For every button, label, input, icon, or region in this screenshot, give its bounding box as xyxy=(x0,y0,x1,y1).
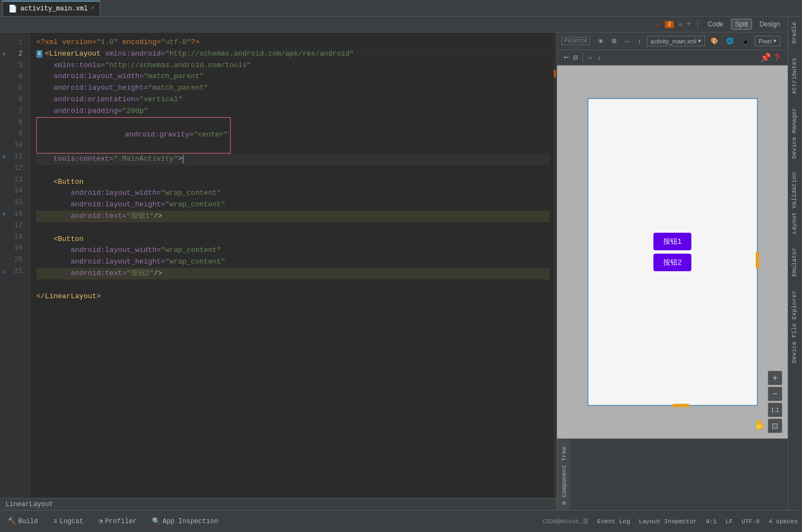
highlight-box: android:gravity="center" xyxy=(36,117,231,153)
fold-21[interactable]: △ xyxy=(0,266,8,277)
layout-inspector-button[interactable]: Layout Inspector xyxy=(639,518,697,525)
hand-tool[interactable]: ✋ xyxy=(754,419,766,431)
grid-button[interactable]: ⊞ xyxy=(609,36,619,46)
sidebar-item-layout-validation[interactable]: Layout Validation xyxy=(788,167,802,239)
line-num-13: 13 xyxy=(8,174,26,186)
screen-button[interactable]: 📱 xyxy=(739,36,751,46)
file-dropdown[interactable]: activity_main.xml ▾ xyxy=(647,36,706,46)
code-line-11: <Button xyxy=(36,177,550,188)
preview-button-2[interactable]: 按钮2 xyxy=(653,254,691,271)
eye-button[interactable]: 👁 xyxy=(596,37,606,46)
sidebar-item-device-manager[interactable]: Device Manager xyxy=(788,102,802,164)
go-back-button[interactable]: ↩ xyxy=(561,53,571,62)
fold-2[interactable]: ▽ xyxy=(0,48,8,60)
line-num-20: 20 xyxy=(8,254,26,266)
profiler-icon: ◔ xyxy=(99,517,102,525)
side-tab-divider-4 xyxy=(788,240,789,241)
component-tree-label[interactable]: ⚙ Component Tree xyxy=(557,439,570,510)
sidebar-item-gradle[interactable]: Gradle xyxy=(788,17,802,50)
resize-handle-right[interactable] xyxy=(756,252,759,268)
fold-11[interactable]: ▽ xyxy=(0,151,8,163)
device-frame: 按钮1 按钮2 xyxy=(587,98,758,406)
pixel-dropdown[interactable]: Pixel ▾ xyxy=(755,36,781,46)
preview-button-1[interactable]: 按钮1 xyxy=(653,233,691,250)
code-line-9: tools:context=".MainActivity"> xyxy=(36,153,550,165)
code-line-15 xyxy=(36,222,550,234)
sidebar-item-device-file-explorer[interactable]: Device File Explorer xyxy=(788,285,802,369)
build-action[interactable]: 🔨 Build xyxy=(4,515,41,528)
arrows-h-button[interactable]: ↔ xyxy=(622,37,632,46)
preview-canvas[interactable]: 按钮1 按钮2 + − 1:1 ⊡ xyxy=(557,65,788,438)
line-num-14: 14 xyxy=(8,185,26,197)
component-tree-label-text: Component Tree xyxy=(561,447,568,497)
bottom-status: CSDN@HXiue_眉 Event Log Layout Inspector … xyxy=(542,517,798,525)
divider xyxy=(582,53,583,62)
split-view-button[interactable]: Split xyxy=(731,19,751,30)
app-inspection-icon: 🔍 xyxy=(152,517,160,525)
toolbar-divider xyxy=(697,20,698,29)
breadcrumb-bar: LinearLayout xyxy=(0,498,557,510)
chevron-up-icon[interactable]: ▲ xyxy=(678,20,682,28)
zoom-out-button[interactable]: − xyxy=(768,387,782,401)
chevron-down-icon[interactable]: ▼ xyxy=(686,20,690,28)
line-num-2: 2 xyxy=(8,48,26,60)
code-line-6: android:orientation="vertical" xyxy=(36,94,550,106)
position-label: 9:1 xyxy=(706,518,717,525)
code-line-4: android:layout_width="match_parent" xyxy=(36,71,550,83)
locale-button[interactable]: 🌐 xyxy=(724,36,736,46)
event-log-button[interactable]: Event Log xyxy=(597,518,630,525)
app-inspection-action[interactable]: 🔍 App Inspection xyxy=(149,515,221,528)
code-line-16: <Button xyxy=(36,234,550,245)
sidebar-item-emulator[interactable]: Emulator xyxy=(788,242,802,282)
fold-15 xyxy=(0,197,8,209)
code-content[interactable]: <?xml version="1.0" encoding="utf-8"?> C… xyxy=(30,32,557,498)
code-editor[interactable]: ▽ ▽ ▽ xyxy=(0,32,557,510)
palette-toggle[interactable]: Palette xyxy=(561,37,590,45)
tab-close-icon[interactable]: × xyxy=(91,6,94,12)
scrollbar-track[interactable] xyxy=(553,32,557,498)
fold-18 xyxy=(0,232,8,243)
fold-13 xyxy=(0,174,8,186)
tab-activity-main[interactable]: 📄 activity_main.xml × xyxy=(2,1,100,16)
line-num-19: 19 xyxy=(8,243,26,254)
fold-12 xyxy=(0,163,8,174)
sidebar-item-attributes[interactable]: Attributes xyxy=(788,52,802,100)
fit-view-button[interactable]: ⊡ xyxy=(768,419,782,433)
code-line-7: android:padding="20dp" xyxy=(36,106,550,117)
encoding-label: UTF-8 xyxy=(741,518,760,525)
link-h-button[interactable]: ↔ xyxy=(585,53,596,62)
line-num-4: 4 xyxy=(8,71,26,83)
zoom-in-button[interactable]: + xyxy=(768,371,782,385)
fold-14 xyxy=(0,185,8,197)
logcat-action[interactable]: ≡ Logcat xyxy=(50,515,86,528)
fold-1 xyxy=(0,37,8,48)
code-line-10 xyxy=(36,165,550,177)
side-tab-divider-2 xyxy=(788,101,789,101)
panel-toggle-button[interactable]: ⊟ xyxy=(571,53,580,62)
line-num-6: 6 xyxy=(8,94,26,106)
question-button[interactable]: ❓ xyxy=(771,53,783,62)
warn-count: 2 xyxy=(665,21,674,28)
line-num-21: 21 xyxy=(8,266,26,277)
fold-4 xyxy=(0,71,8,83)
fold-20 xyxy=(0,254,8,266)
profiler-action[interactable]: ◔ Profiler xyxy=(95,515,140,528)
device-file-explorer-label: Device File Explorer xyxy=(791,290,798,363)
component-tree-content xyxy=(570,439,788,510)
text-cursor xyxy=(183,155,183,163)
link-v-button[interactable]: ↕ xyxy=(596,53,603,62)
code-line-20 xyxy=(36,279,550,291)
fold-16[interactable]: ▽ xyxy=(0,209,8,220)
arrows-v-button[interactable]: ↕ xyxy=(636,37,643,46)
code-view-button[interactable]: Code xyxy=(705,19,727,29)
right-side-tabs: Gradle Attributes Device Manager Layout … xyxy=(788,17,802,510)
resize-handle-bottom[interactable] xyxy=(673,404,689,407)
code-line-12: android:layout_width="wrap_content" xyxy=(36,188,550,199)
theme-button[interactable]: 🎨 xyxy=(708,36,721,46)
pin-icon[interactable]: 📌 xyxy=(760,52,771,63)
design-view-button[interactable]: Design xyxy=(756,19,783,29)
code-line-14: android:text="按钮1"/> xyxy=(36,211,550,222)
zoom-reset-button[interactable]: 1:1 xyxy=(768,403,782,417)
fold-5 xyxy=(0,83,8,94)
line-num-7: 7 xyxy=(8,106,26,117)
